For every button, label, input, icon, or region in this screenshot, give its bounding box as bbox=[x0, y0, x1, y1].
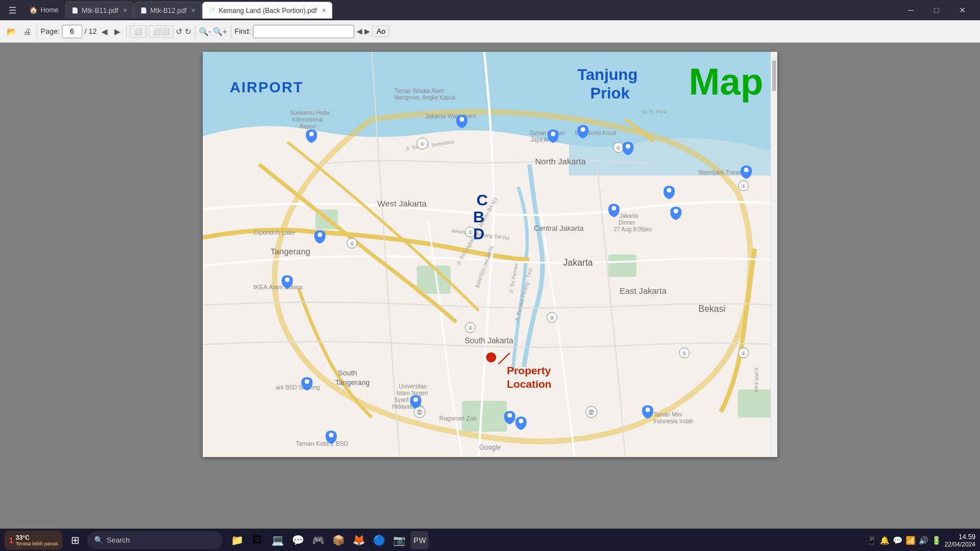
svg-text:①: ① bbox=[468, 230, 473, 235]
svg-point-69 bbox=[309, 132, 314, 136]
svg-text:Tol Tj. Priok: Tol Tj. Priok bbox=[641, 109, 667, 115]
scroll-thumb[interactable] bbox=[772, 60, 776, 91]
taskbar-app-camera[interactable]: 📷 bbox=[390, 531, 408, 549]
clock[interactable]: 14.59 22/04/2024 bbox=[945, 533, 975, 548]
print-button[interactable]: 🖨 bbox=[21, 25, 33, 38]
svg-point-86 bbox=[413, 397, 418, 402]
svg-text:ark BSD Serpong: ark BSD Serpong bbox=[276, 384, 320, 391]
map-background: North Jakarta West Jakarta Central Jakar… bbox=[203, 52, 777, 457]
taskbar-app-custom[interactable]: PW bbox=[411, 531, 429, 549]
tray-icon-2[interactable]: 🔔 bbox=[880, 536, 889, 545]
svg-text:East Jakarta: East Jakarta bbox=[620, 286, 667, 295]
taskbar-apps: 📁 🖼 💻 💬 🎮 📦 🦊 🔵 📷 PW bbox=[228, 531, 429, 549]
maximize-button[interactable]: □ bbox=[924, 2, 950, 19]
open-file-button[interactable]: 📂 bbox=[5, 25, 19, 38]
page-separator: / 12 bbox=[84, 27, 97, 35]
taskbar-app-chat[interactable]: 💬 bbox=[289, 531, 307, 549]
svg-text:Tangerang: Tangerang bbox=[270, 247, 310, 256]
page-nav-group: Page: / 12 ◀ ▶ bbox=[41, 25, 123, 38]
double-page-view[interactable]: ⬜⬜ bbox=[149, 25, 173, 38]
pdf-icon-2: 📄 bbox=[140, 7, 147, 14]
taskbar-app-device[interactable]: 💻 bbox=[269, 531, 287, 549]
svg-point-74 bbox=[612, 206, 616, 210]
taskbar-app-photos[interactable]: 🖼 bbox=[248, 531, 266, 549]
svg-text:②: ② bbox=[468, 325, 473, 331]
svg-point-87 bbox=[519, 419, 523, 423]
svg-text:①: ① bbox=[420, 141, 425, 147]
taskbar-search[interactable]: 🔍 Search bbox=[87, 531, 222, 549]
rotate-left[interactable]: ↺ bbox=[176, 27, 182, 36]
svg-text:Taman Impian: Taman Impian bbox=[529, 130, 565, 136]
svg-point-77 bbox=[645, 407, 650, 412]
close-tab-1[interactable]: ✕ bbox=[123, 7, 127, 14]
find-next-button[interactable]: ▶ bbox=[364, 27, 370, 35]
zoom-in-button[interactable]: 🔍+ bbox=[213, 27, 227, 36]
hamburger-menu[interactable]: ☰ bbox=[5, 2, 20, 18]
taskbar-app-files[interactable]: 📁 bbox=[228, 531, 246, 549]
tab-mtk-b11[interactable]: 📄 Mtk-B11.pdf ✕ bbox=[65, 2, 133, 19]
search-placeholder-text: Search bbox=[106, 536, 130, 544]
svg-text:Jakarta Waterborn: Jakarta Waterborn bbox=[425, 113, 476, 119]
tray-icon-3[interactable]: 💬 bbox=[893, 536, 902, 545]
home-tab[interactable]: 🏠 Home bbox=[23, 2, 65, 19]
google-watermark: Google bbox=[479, 444, 501, 451]
prev-page-button[interactable]: ◀ bbox=[99, 26, 110, 37]
svg-point-84 bbox=[626, 144, 630, 149]
rotate-right[interactable]: ↻ bbox=[185, 27, 191, 36]
svg-text:Ragunan Zoo: Ragunan Zoo bbox=[439, 415, 477, 422]
svg-point-88 bbox=[486, 352, 496, 362]
svg-text:①: ① bbox=[741, 351, 746, 356]
page-number-input[interactable] bbox=[62, 25, 82, 38]
sound-icon[interactable]: 🔊 bbox=[919, 536, 928, 545]
label-b-overlay: B bbox=[473, 208, 484, 226]
svg-point-76 bbox=[285, 277, 289, 282]
taskbar-app-store[interactable]: 🎮 bbox=[309, 531, 327, 549]
wifi-icon[interactable]: 📶 bbox=[906, 536, 915, 545]
svg-point-80 bbox=[507, 413, 512, 418]
svg-point-83 bbox=[667, 188, 671, 192]
svg-text:①: ① bbox=[350, 241, 354, 247]
find-prev-button[interactable]: ◀ bbox=[357, 27, 362, 35]
label-d-overlay: D bbox=[473, 225, 484, 243]
zoom-out-button[interactable]: 🔍- bbox=[199, 27, 211, 36]
battery-icon[interactable]: 🔋 bbox=[932, 536, 941, 545]
svg-point-81 bbox=[329, 433, 333, 437]
tab-mtk-b12[interactable]: 📄 Mtk-B12.pdf ✕ bbox=[134, 2, 202, 19]
start-button[interactable]: ⊞ bbox=[66, 531, 84, 549]
svg-text:⑫: ⑫ bbox=[417, 409, 422, 415]
taskbar-app-edge[interactable]: 🔵 bbox=[370, 531, 388, 549]
find-input[interactable] bbox=[253, 25, 354, 38]
next-page-button[interactable]: ▶ bbox=[112, 26, 123, 37]
svg-text:South Jakarta: South Jakarta bbox=[465, 336, 514, 345]
svg-text:27 Aug 8:05pm: 27 Aug 8:05pm bbox=[614, 226, 652, 232]
svg-text:Mangrove, Angke Kapuk: Mangrove, Angke Kapuk bbox=[394, 95, 456, 101]
case-sensitive-button[interactable]: Ao bbox=[372, 25, 389, 37]
find-label: Find: bbox=[235, 27, 251, 35]
home-icon: 🏠 bbox=[29, 6, 38, 14]
taskbar-app-firefox[interactable]: 🦊 bbox=[350, 531, 368, 549]
tab-kemang[interactable]: 📄 Kemang Land (Back Portion).pdf ✕ bbox=[202, 2, 332, 19]
minimize-button[interactable]: ─ bbox=[898, 2, 924, 19]
map-title-overlay: Map bbox=[689, 60, 763, 103]
svg-text:Soekarno-Hatta: Soekarno-Hatta bbox=[290, 110, 329, 116]
label-c-overlay: C bbox=[476, 191, 488, 209]
search-icon: 🔍 bbox=[94, 536, 103, 544]
property-location-label: PropertyLocation bbox=[507, 364, 551, 391]
window-controls: ─ □ ✕ bbox=[898, 2, 975, 19]
taskbar-right: 📱 🔔 💬 📶 🔊 🔋 14.59 22/04/2024 bbox=[867, 533, 975, 548]
close-tab-2[interactable]: ✕ bbox=[191, 7, 195, 14]
page-label: Page: bbox=[41, 27, 60, 35]
svg-text:Tangerang: Tangerang bbox=[335, 378, 369, 387]
taskbar-app-packages[interactable]: 📦 bbox=[329, 531, 348, 549]
tray-icon-1[interactable]: 📱 bbox=[867, 536, 876, 545]
weather-widget[interactable]: 1 33°C Terasa lebih panas bbox=[5, 531, 63, 550]
svg-text:Taman Wisata Alam: Taman Wisata Alam bbox=[394, 88, 444, 94]
close-button[interactable]: ✕ bbox=[950, 2, 975, 19]
scroll-track bbox=[770, 52, 777, 457]
weather-info: 33°C Terasa lebih panas bbox=[16, 534, 59, 546]
pdf-icon-1: 📄 bbox=[72, 7, 78, 14]
pdf-icon-3: 📄 bbox=[208, 7, 215, 14]
close-tab-3[interactable]: ✕ bbox=[322, 7, 326, 14]
priok-label-overlay: Priok bbox=[590, 84, 630, 102]
single-page-view[interactable]: ⬜ bbox=[130, 25, 146, 38]
